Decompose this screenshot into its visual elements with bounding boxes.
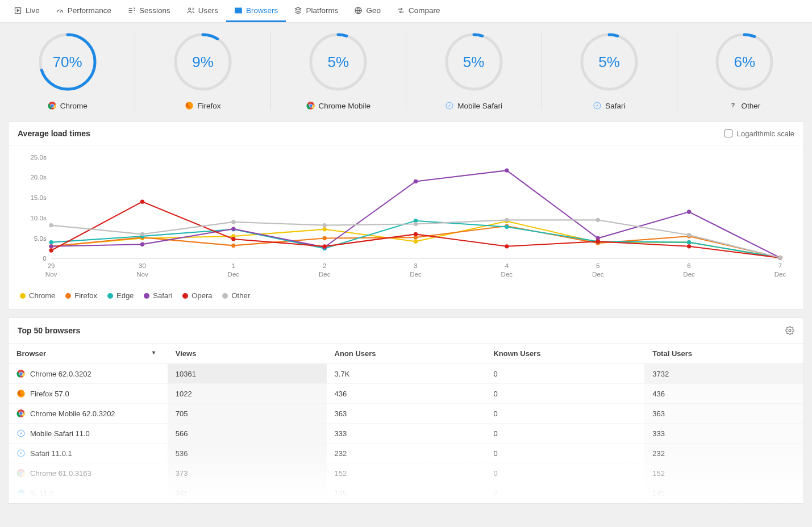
svg-text:5.0s: 5.0s xyxy=(34,235,47,242)
cell-anon: 363 xyxy=(327,404,486,424)
tab-browsers[interactable]: Browsers xyxy=(226,0,286,22)
legend-dot xyxy=(107,293,113,299)
table-row[interactable]: IE 11.03411450145 xyxy=(9,483,803,503)
legend-label: Safari xyxy=(153,291,172,300)
column-header-views[interactable]: Views xyxy=(168,344,327,364)
cell-total: 145 xyxy=(644,483,803,503)
column-header-browser[interactable]: Browser▾ xyxy=(9,344,168,364)
svg-text:30: 30 xyxy=(139,262,146,269)
log-scale-label: Logarithmic scale xyxy=(737,129,794,138)
tab-label: Geo xyxy=(366,6,381,15)
svg-point-53 xyxy=(414,240,418,244)
legend-item-safari[interactable]: Safari xyxy=(144,291,172,300)
browsers-table: Browser▾ViewsAnon UsersKnown UsersTotal … xyxy=(9,344,803,503)
browser-stat-firefox[interactable]: 9%Firefox xyxy=(135,31,270,110)
gauge-icon xyxy=(56,6,64,15)
svg-point-96 xyxy=(231,220,235,224)
cell-views: 705 xyxy=(168,404,327,424)
browser-icon xyxy=(234,6,243,15)
firefox-icon xyxy=(185,101,194,110)
table-title: Top 50 browsers xyxy=(18,326,80,335)
stat-label: ?Other xyxy=(683,101,806,110)
log-scale-checkbox[interactable] xyxy=(724,129,732,137)
legend-dot xyxy=(65,293,71,299)
column-header-known-users[interactable]: Known Users xyxy=(485,344,644,364)
svg-point-67 xyxy=(49,240,53,244)
column-header-total-users[interactable]: Total Users xyxy=(644,344,803,364)
tab-platforms[interactable]: Platforms xyxy=(286,0,346,22)
stat-label-text: Mobile Safari xyxy=(457,102,502,110)
svg-point-81 xyxy=(505,168,509,172)
svg-point-77 xyxy=(140,242,144,246)
svg-point-100 xyxy=(596,218,600,222)
svg-text:Nov: Nov xyxy=(45,271,57,278)
legend-item-opera[interactable]: Opera xyxy=(182,291,212,300)
panel-title: Average load times xyxy=(18,129,90,138)
stat-label-text: Other xyxy=(741,102,760,110)
table-row[interactable]: Safari 11.0.15362320232 xyxy=(9,444,803,463)
tab-live[interactable]: Live xyxy=(6,0,48,22)
svg-point-52 xyxy=(322,227,326,231)
gear-icon[interactable] xyxy=(785,326,794,335)
table-row[interactable]: Chrome Mobile 62.0.32027053630363 xyxy=(9,404,803,424)
table-row[interactable]: Chrome 62.0.3202103613.7K03732 xyxy=(9,364,803,384)
cell-anon: 333 xyxy=(327,424,486,444)
cell-views: 566 xyxy=(168,424,327,444)
chart-legend: ChromeFirefoxEdgeSafariOperaOther xyxy=(9,282,803,309)
chrome-icon xyxy=(48,101,57,110)
legend-item-chrome[interactable]: Chrome xyxy=(20,291,55,300)
stat-label-text: Chrome xyxy=(60,102,88,110)
legend-item-firefox[interactable]: Firefox xyxy=(65,291,97,300)
browser-stat-other[interactable]: 6%?Other xyxy=(677,31,812,110)
legend-label: Edge xyxy=(116,291,134,300)
cell-views: 341 xyxy=(168,483,327,503)
cell-views: 373 xyxy=(168,463,327,483)
table-row[interactable]: Chrome 61.0.31633731520152 xyxy=(9,463,803,483)
svg-text:Dec: Dec xyxy=(319,271,331,278)
tab-sessions[interactable]: Sessions xyxy=(119,0,178,22)
safari-icon xyxy=(16,429,26,438)
svg-text:5: 5 xyxy=(596,262,599,269)
users-icon xyxy=(186,6,195,15)
browser-name: IE 11.0 xyxy=(30,489,53,497)
cell-views: 536 xyxy=(168,444,327,463)
browser-stat-mobile-safari[interactable]: 5%Mobile Safari xyxy=(406,31,542,110)
donut-percent: 5% xyxy=(578,31,640,93)
svg-point-90 xyxy=(505,244,509,248)
browser-name: Chrome 62.0.3202 xyxy=(30,370,91,378)
cell-total: 363 xyxy=(644,404,803,424)
donut-percent: 6% xyxy=(713,31,776,93)
svg-point-94 xyxy=(49,223,53,227)
table-header-bar: Top 50 browsers xyxy=(9,318,803,344)
browser-stat-chrome[interactable]: 70%Chrome xyxy=(0,31,135,110)
tab-compare[interactable]: Compare xyxy=(389,0,448,22)
donut-percent: 5% xyxy=(307,31,369,93)
log-scale-toggle[interactable]: Logarithmic scale xyxy=(724,129,794,138)
tab-geo[interactable]: Geo xyxy=(346,0,389,22)
svg-text:Dec: Dec xyxy=(410,271,422,278)
safari-icon xyxy=(593,101,602,110)
column-label: Anon Users xyxy=(335,349,376,358)
cell-anon: 3.7K xyxy=(327,364,486,384)
donut-percent: 9% xyxy=(172,31,234,93)
svg-text:3: 3 xyxy=(414,262,417,269)
cell-known: 0 xyxy=(485,364,644,384)
tab-performance[interactable]: Performance xyxy=(48,0,119,22)
table-row[interactable]: Firefox 57.010224360436 xyxy=(9,384,803,404)
tab-label: Performance xyxy=(68,6,111,15)
table-row[interactable]: Mobile Safari 11.05663330333 xyxy=(9,424,803,444)
legend-item-other[interactable]: Other xyxy=(222,291,250,300)
cell-total: 3732 xyxy=(644,364,803,384)
svg-point-80 xyxy=(414,179,418,183)
browser-stat-safari[interactable]: 5%Safari xyxy=(542,31,677,110)
legend-dot xyxy=(182,293,188,299)
svg-point-85 xyxy=(49,248,53,252)
svg-point-83 xyxy=(687,210,691,214)
cell-anon: 145 xyxy=(327,483,486,503)
tab-label: Compare xyxy=(409,6,440,15)
tab-users[interactable]: Users xyxy=(178,0,226,22)
column-label: Total Users xyxy=(652,349,692,358)
browser-stat-chrome-mobile[interactable]: 5%Chrome Mobile xyxy=(271,31,406,110)
column-header-anon-users[interactable]: Anon Users xyxy=(327,344,486,364)
legend-item-edge[interactable]: Edge xyxy=(107,291,134,300)
